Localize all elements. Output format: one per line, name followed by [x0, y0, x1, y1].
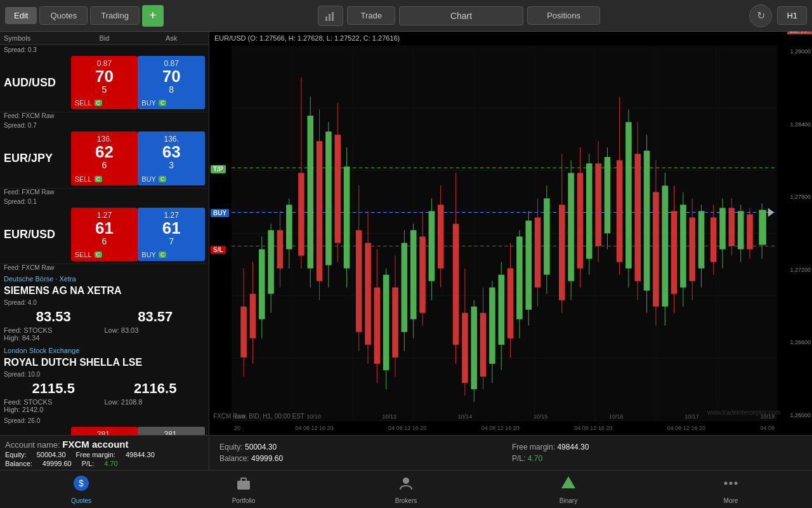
svg-point-141	[735, 482, 738, 485]
account-name-val: FXCM account	[62, 439, 128, 450]
binary-toolbar-label: Binary	[560, 497, 577, 504]
eurusd-buy-button[interactable]: 1.27617 BUYC	[138, 208, 205, 261]
time-label-3: 04 08 12 16 20	[481, 425, 520, 431]
brokers-toolbar-label: Brokers	[395, 497, 417, 504]
date-label-1: 10/10	[306, 413, 321, 420]
portfolio-toolbar-label: Portfolio	[232, 497, 256, 504]
eurusd-sell-button[interactable]: 1.27616 SELLC	[71, 208, 138, 261]
eurjpy-ask-sup: 3	[169, 160, 174, 170]
btcusd-bid-prefix: 381.	[97, 430, 112, 435]
btcusd-buy-button[interactable]: 381.78 BUYC	[138, 427, 205, 435]
audusd-sell-button[interactable]: 0.87705 SELLC	[71, 56, 138, 109]
brokers-icon	[397, 474, 415, 496]
trade-button[interactable]: Trade	[347, 6, 395, 25]
rds-details: Feed: STOCKS Low: 2108.8 High: 2142.0	[0, 398, 209, 416]
eurusd-ask-main: 61	[141, 220, 201, 236]
siemens-section-header: Deutsche Börse · Xetra	[0, 272, 209, 284]
svg-rect-29	[268, 230, 274, 293]
price-label-4: 1.27200	[778, 267, 811, 273]
svg-rect-77	[498, 275, 504, 345]
eurjpy-bid-sup: 6	[102, 160, 107, 170]
siemens-spread: Spread: 4.0	[0, 298, 209, 307]
audusd-ask-main: 70	[141, 68, 201, 84]
eurjpy-sell-button[interactable]: 136.626 SELLC	[71, 131, 138, 185]
chart-icon	[325, 10, 336, 22]
col-ask: Ask	[138, 34, 205, 42]
svg-rect-23	[240, 307, 247, 358]
account-left: Account name: FXCM account Equity: 50004…	[0, 436, 209, 470]
svg-rect-45	[344, 166, 350, 268]
eurjpy-row: EUR/JPY 136.626 SELLC 136.633 BUYC	[0, 130, 209, 188]
edit-button[interactable]: Edit	[5, 7, 37, 24]
svg-rect-107	[644, 150, 650, 290]
svg-rect-33	[286, 204, 292, 249]
svg-rect-117	[689, 217, 695, 281]
rds-bid: 2115.5	[4, 380, 103, 397]
date-label-3: 10/14	[458, 413, 473, 420]
btcusd-sell-button[interactable]: 381.52 SELLC	[71, 427, 138, 435]
eurusd-name: EUR/USD	[4, 228, 71, 241]
account-name-row: Account name: FXCM account	[5, 439, 204, 450]
svg-rect-79	[508, 269, 514, 338]
eurjpy-bid-main: 62	[75, 144, 134, 160]
audusd-ask-sup: 8	[169, 84, 174, 95]
audusd-sell-badge: C	[95, 100, 103, 106]
svg-rect-53	[383, 275, 390, 370]
chart-area[interactable]: EUR/USD (O: 1.27566, H: 1.27628, L: 1.27…	[209, 32, 812, 435]
chart-tab-button[interactable]: Chart	[399, 6, 523, 25]
svg-rect-61	[419, 237, 426, 313]
svg-rect-37	[307, 116, 313, 268]
candlestick-chart	[232, 46, 777, 421]
toolbar-brokers[interactable]: Brokers	[387, 474, 425, 504]
date-axis: 10/9 10/10 10/12 10/14 10/15 10/16 10/17…	[232, 412, 777, 421]
eurusd-buy-badge: C	[159, 251, 167, 258]
toolbar-more[interactable]: More	[712, 474, 750, 504]
svg-rect-85	[535, 217, 541, 287]
eurjpy-sell-label: SELL	[75, 175, 92, 183]
audusd-bid-sup: 5	[102, 84, 107, 95]
svg-rect-93	[577, 173, 584, 268]
price-label-5: 1.26600	[778, 339, 811, 345]
toolbar-quotes[interactable]: $ Quotes	[62, 474, 100, 504]
balance-full-label: Balance: 49999.60	[219, 454, 509, 463]
eurjpy-buy-button[interactable]: 136.633 BUYC	[138, 131, 205, 185]
svg-rect-103	[625, 122, 632, 268]
more-icon	[722, 474, 740, 496]
svg-rect-136	[241, 478, 246, 482]
trading-tab-button[interactable]: Trading	[90, 6, 140, 25]
svg-point-137	[403, 478, 409, 484]
toolbar-binary[interactable]: Binary	[549, 474, 587, 504]
svg-rect-91	[568, 173, 574, 281]
svg-rect-109	[653, 192, 659, 306]
svg-rect-47	[356, 230, 362, 331]
svg-rect-105	[634, 154, 641, 281]
audusd-buy-button[interactable]: 0.87708 BUYC	[138, 56, 205, 109]
svg-rect-35	[298, 173, 304, 255]
free-margin-val: 49844.30	[126, 451, 155, 458]
refresh-button[interactable]: ↻	[749, 4, 772, 27]
svg-rect-0	[325, 17, 327, 21]
more-toolbar-label: More	[724, 497, 738, 504]
timeframe-button[interactable]: H1	[777, 6, 807, 25]
svg-rect-113	[671, 211, 678, 293]
chart-icon-area[interactable]	[318, 6, 343, 26]
svg-rect-1	[329, 14, 331, 21]
symbols-header: Symbols Bid Ask	[0, 32, 209, 45]
free-margin-full-label: Free margin: 49844.30	[512, 443, 802, 451]
rds-section-header: London Stock Exchange	[0, 344, 209, 356]
time-label-6: 04 08	[760, 425, 775, 431]
quotes-tab-button[interactable]: Quotes	[39, 6, 88, 25]
toolbar-portfolio[interactable]: Portfolio	[225, 474, 263, 504]
svg-rect-127	[738, 211, 744, 249]
rds-ask-block: 2116.5	[106, 380, 206, 397]
positions-button[interactable]: Positions	[527, 6, 600, 25]
rds-ask: 2116.5	[106, 380, 206, 397]
svg-text:$: $	[79, 478, 84, 488]
svg-rect-97	[595, 163, 601, 246]
svg-rect-63	[429, 211, 435, 281]
svg-marker-138	[561, 476, 575, 488]
add-button[interactable]: +	[142, 5, 164, 27]
eurusd-spread: Spread: 0.1	[0, 197, 209, 206]
btcusd-spread: Spread: 26.0	[0, 416, 209, 425]
eurjpy-buy-badge: C	[159, 176, 167, 182]
